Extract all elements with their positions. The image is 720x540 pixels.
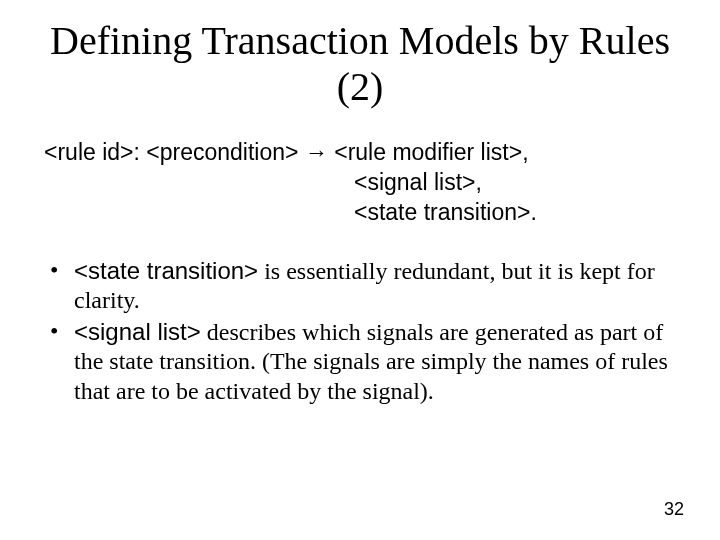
bullet-text: <signal list> describes which signals ar… (74, 317, 668, 406)
grammar-block: <rule id>: <precondition> → <rule modifi… (0, 138, 720, 228)
bullet-dot: • (48, 317, 74, 346)
grammar-line-3: <state transition>. (44, 198, 680, 228)
slide: Defining Transaction Models by Rules (2)… (0, 0, 720, 540)
bullet-dot: • (48, 256, 74, 285)
list-item: • <state transition> is essentially redu… (48, 256, 668, 316)
page-number: 32 (664, 499, 684, 520)
grammar-line-2: <signal list>, (44, 168, 680, 198)
bullet-text: <state transition> is essentially redund… (74, 256, 668, 316)
bullet-term: <state transition> (74, 257, 258, 284)
list-item: • <signal list> describes which signals … (48, 317, 668, 406)
grammar-line-1: <rule id>: <precondition> → <rule modifi… (44, 138, 680, 168)
bullet-term: <signal list> (74, 318, 201, 345)
bullet-list: • <state transition> is essentially redu… (0, 256, 720, 406)
slide-title: Defining Transaction Models by Rules (2) (0, 0, 720, 110)
